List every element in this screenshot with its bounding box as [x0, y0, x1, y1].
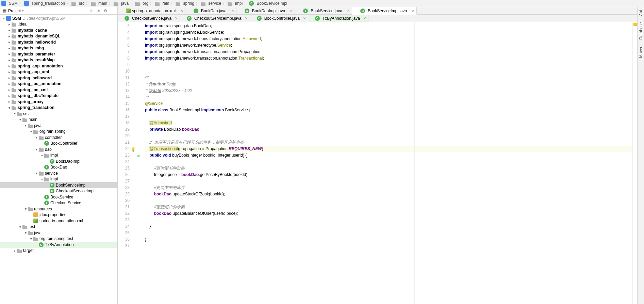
tree-twistie-closed[interactable]: [7, 94, 12, 98]
tree-row[interactable]: java: [0, 123, 117, 129]
tree-row[interactable]: spring_aop_xml: [0, 69, 117, 75]
breadcrumb-segment[interactable]: impl: [228, 1, 243, 6]
breadcrumb-segment[interactable]: spring_transaction: [24, 1, 65, 6]
tree-row[interactable]: mybatis_helloworld: [0, 39, 117, 45]
code-editor[interactable]: 345678910111213141516171819202122💡23o↑24…: [118, 22, 637, 304]
tree-twistie-open[interactable]: [34, 171, 39, 175]
gear-icon[interactable]: ⚙: [104, 9, 109, 13]
breadcrumb-segment[interactable]: service: [201, 1, 221, 6]
breadcrumb-segment[interactable]: SSM: [1, 1, 18, 6]
tool-window-ant[interactable]: Ant: [639, 9, 643, 17]
breadcrumb-segment[interactable]: spring: [176, 1, 194, 6]
tree-twistie-closed[interactable]: [7, 58, 12, 62]
tree-twistie-open[interactable]: [23, 207, 28, 211]
tree-row[interactable]: ICheckoutService: [0, 200, 117, 206]
tree-twistie-closed[interactable]: [7, 22, 12, 26]
expand-icon[interactable]: ✶: [97, 9, 102, 13]
tool-window-maven[interactable]: Maven: [639, 44, 643, 59]
tree-row[interactable]: test: [0, 224, 117, 230]
tree-twistie-open[interactable]: [18, 118, 22, 122]
tree-twistie-closed[interactable]: [7, 52, 12, 56]
breadcrumb-segment[interactable]: main: [91, 1, 107, 6]
breadcrumb-segment[interactable]: java: [114, 1, 129, 6]
editor-tab[interactable]: CCheckoutServiceImpl.java×: [180, 15, 250, 22]
tree-twistie-open[interactable]: [34, 147, 39, 151]
tree-row[interactable]: service: [0, 170, 117, 176]
tree-row[interactable]: CBookDaoImpl: [0, 158, 117, 164]
tab-close-icon[interactable]: ×: [231, 8, 234, 13]
tree-row[interactable]: mybatis_resultMap: [0, 57, 117, 63]
tree-row[interactable]: mybatis_mbg: [0, 45, 117, 51]
tree-twistie-closed[interactable]: [7, 64, 12, 68]
tool-window-database[interactable]: Database: [639, 21, 643, 41]
project-tree[interactable]: SSMD:\ideaPorject\Apr\SSM.ideamybatis_ca…: [0, 15, 117, 304]
tree-row[interactable]: mybatis_cache: [0, 27, 117, 33]
tree-twistie-closed[interactable]: [7, 40, 12, 44]
tree-twistie-closed[interactable]: [12, 249, 17, 253]
tab-close-icon[interactable]: ×: [175, 16, 178, 21]
override-icon[interactable]: o↑: [137, 153, 141, 159]
tree-row[interactable]: impl: [0, 153, 117, 159]
editor-tab[interactable]: CBookDaoImpl.java×: [236, 7, 295, 14]
tree-twistie-open[interactable]: [12, 112, 17, 115]
tree-row[interactable]: spring_aop_annotation: [0, 63, 117, 69]
tree-row[interactable]: dao: [0, 146, 117, 153]
breadcrumb-segment[interactable]: org: [135, 1, 148, 6]
tree-twistie-open[interactable]: [39, 177, 44, 181]
tree-row[interactable]: spring_helloword: [0, 75, 117, 81]
tree-twistie-open[interactable]: [29, 237, 33, 241]
warning-marker[interactable]: [633, 23, 637, 26]
tree-row[interactable]: spring_ioc_annotation: [0, 81, 117, 87]
tab-close-icon[interactable]: ×: [245, 16, 248, 21]
tree-row[interactable]: org.rain.spring.test: [0, 236, 117, 242]
tree-twistie-closed[interactable]: [7, 88, 12, 92]
tree-row[interactable]: jdbc.properties: [0, 212, 117, 218]
tree-row[interactable]: controller: [0, 134, 117, 141]
tree-row[interactable]: resources: [0, 206, 117, 212]
editor-tab[interactable]: spring-tx-annotation.xml×: [118, 7, 185, 14]
tab-close-icon[interactable]: ×: [363, 16, 366, 21]
breadcrumb-segment[interactable]: src: [71, 1, 84, 6]
tree-twistie-closed[interactable]: [7, 100, 12, 103]
tree-row[interactable]: src: [0, 111, 117, 117]
project-view-selector[interactable]: ▤ Project ▾: [2, 9, 24, 13]
code-content[interactable]: import org.rain.spring.dao.BookDao;impor…: [143, 22, 632, 304]
tab-close-icon[interactable]: ×: [290, 8, 293, 13]
tree-row[interactable]: IBookDao: [0, 164, 117, 171]
tab-close-icon[interactable]: ×: [303, 16, 306, 21]
tree-row[interactable]: CCheckoutServiceImpl: [0, 188, 117, 194]
editor-tab[interactable]: IBookDao.java×: [185, 7, 236, 14]
tab-close-icon[interactable]: ×: [412, 8, 415, 13]
tree-row[interactable]: impl: [0, 176, 117, 182]
tree-row[interactable]: CBookController: [0, 141, 117, 147]
tree-twistie-open[interactable]: [23, 231, 28, 235]
tree-twistie-open[interactable]: [23, 124, 28, 127]
tree-row[interactable]: .idea: [0, 21, 117, 28]
tree-twistie-closed[interactable]: [7, 46, 12, 50]
editor-tab[interactable]: CBookServiceImpl.java×: [352, 7, 417, 15]
tree-row[interactable]: spring-tx-annotation.xml: [0, 218, 117, 224]
tree-row[interactable]: main: [0, 117, 117, 123]
tree-row[interactable]: CTxByAnnotation: [0, 242, 117, 248]
error-stripe[interactable]: [632, 22, 637, 304]
tree-twistie-closed[interactable]: [7, 28, 12, 32]
tree-twistie-open[interactable]: [39, 154, 44, 157]
tree-row[interactable]: spring_proxy: [0, 99, 117, 105]
tab-close-icon[interactable]: ×: [347, 8, 350, 13]
tree-row[interactable]: mybatis_dynamicSQL: [0, 33, 117, 39]
tree-twistie-closed[interactable]: [7, 70, 12, 74]
breadcrumb-segment[interactable]: rain: [155, 1, 169, 6]
breadcrumb-segment[interactable]: CBookServiceImpl: [249, 1, 287, 6]
tree-row[interactable]: org.rain.spring: [0, 129, 117, 135]
tab-close-icon[interactable]: ×: [180, 8, 183, 13]
editor-tab[interactable]: IBookService.java×: [295, 7, 352, 14]
tree-twistie-closed[interactable]: [7, 82, 12, 86]
editor-tab[interactable]: ICheckoutService.java×: [118, 15, 180, 22]
tree-twistie-open[interactable]: [18, 225, 22, 229]
editor-tab[interactable]: CBookController.java×: [250, 15, 308, 22]
intention-bulb-icon[interactable]: 💡: [131, 146, 136, 153]
tree-twistie-open[interactable]: [29, 130, 33, 133]
tree-twistie-closed[interactable]: [7, 76, 12, 80]
tree-twistie-open[interactable]: [34, 135, 39, 139]
tree-row[interactable]: SSMD:\ideaPorject\Apr\SSM: [0, 15, 117, 21]
